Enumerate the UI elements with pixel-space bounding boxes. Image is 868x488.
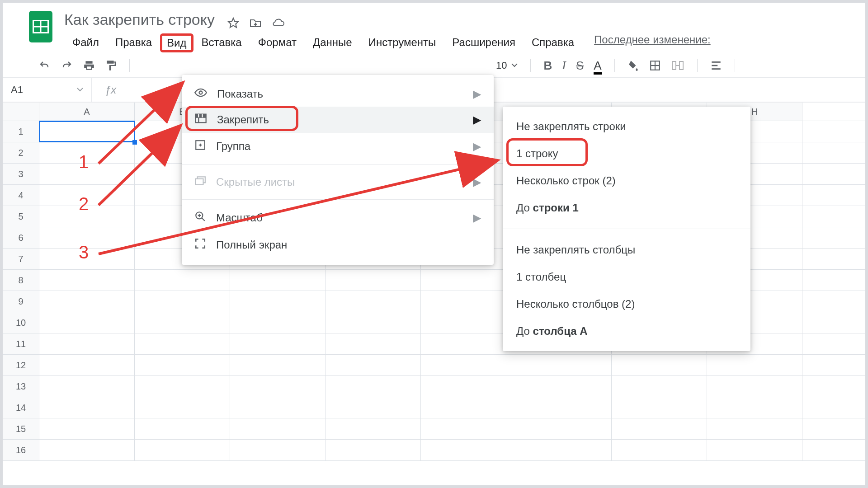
cell[interactable] [326, 376, 421, 397]
undo-icon[interactable] [38, 60, 51, 71]
cell[interactable] [326, 440, 421, 460]
cell[interactable] [135, 418, 230, 439]
document-title[interactable]: Как закрепить строку [64, 11, 215, 28]
menu-help[interactable]: Справка [524, 33, 582, 52]
move-icon[interactable] [249, 17, 262, 29]
cell[interactable] [326, 291, 421, 312]
cell[interactable] [326, 270, 421, 291]
cell[interactable] [516, 376, 612, 397]
cell[interactable] [39, 397, 135, 418]
cell[interactable] [421, 376, 516, 397]
cell[interactable] [612, 376, 707, 397]
row-header[interactable]: 9 [3, 291, 39, 312]
cell[interactable] [230, 355, 326, 375]
row-header[interactable]: 4 [3, 185, 39, 206]
cell[interactable] [39, 291, 135, 312]
cell[interactable] [39, 418, 135, 439]
name-box[interactable]: A1 [3, 78, 92, 102]
cell[interactable] [326, 333, 421, 354]
menu-item-freeze[interactable]: Закрепить ▶ [182, 107, 494, 133]
cell[interactable] [421, 333, 516, 354]
cell[interactable] [135, 397, 230, 418]
cell[interactable] [135, 440, 230, 460]
select-all-corner[interactable] [3, 103, 39, 121]
menu-view[interactable]: Вид [160, 33, 193, 52]
print-icon[interactable] [83, 60, 95, 71]
cell[interactable] [421, 312, 516, 333]
cell[interactable] [516, 355, 612, 375]
menu-item-fullscreen[interactable]: Полный экран [182, 231, 494, 258]
row-header[interactable]: 14 [3, 397, 39, 418]
cell[interactable] [421, 291, 516, 312]
cell[interactable] [612, 440, 707, 460]
row-header[interactable]: 2 [3, 142, 39, 163]
menu-insert[interactable]: Вставка [193, 33, 250, 52]
row-header[interactable]: 7 [3, 249, 39, 269]
cell[interactable] [39, 355, 135, 375]
cell[interactable] [612, 355, 707, 375]
cell[interactable] [516, 397, 612, 418]
cell[interactable] [39, 333, 135, 354]
column-header[interactable]: A [39, 103, 135, 121]
cell[interactable] [135, 312, 230, 333]
cell[interactable] [230, 440, 326, 460]
row-header[interactable]: 10 [3, 312, 39, 333]
freeze-1-row[interactable]: 1 строку [503, 140, 750, 167]
bold-button[interactable]: B [543, 59, 552, 73]
cell[interactable] [326, 418, 421, 439]
star-icon[interactable] [227, 17, 239, 29]
menu-edit[interactable]: Правка [107, 33, 160, 52]
menu-file[interactable]: Файл [64, 33, 107, 52]
cell[interactable] [230, 312, 326, 333]
italic-button[interactable]: I [562, 59, 566, 72]
menu-extensions[interactable]: Расширения [444, 33, 524, 52]
cell[interactable] [230, 333, 326, 354]
freeze-several-rows[interactable]: Несколько строк (2) [503, 167, 750, 194]
cell[interactable] [39, 312, 135, 333]
menu-item-show[interactable]: Показать ▶ [182, 81, 494, 107]
cell[interactable] [421, 397, 516, 418]
cell[interactable] [230, 418, 326, 439]
row-header[interactable]: 8 [3, 270, 39, 291]
row-header[interactable]: 15 [3, 418, 39, 439]
menu-tools[interactable]: Инструменты [360, 33, 444, 52]
row-header[interactable]: 1 [3, 121, 39, 142]
text-color-button[interactable]: A [594, 59, 601, 73]
strikethrough-button[interactable]: S [576, 59, 584, 73]
merge-cells-button[interactable] [671, 60, 684, 71]
cell[interactable] [135, 355, 230, 375]
row-header[interactable]: 13 [3, 376, 39, 397]
cloud-saved-icon[interactable] [272, 17, 285, 29]
freeze-upto-col[interactable]: До столбца A [503, 318, 750, 345]
cell[interactable] [421, 270, 516, 291]
cell[interactable] [421, 418, 516, 439]
cell[interactable] [39, 440, 135, 460]
cell[interactable] [707, 418, 802, 439]
menu-item-zoom[interactable]: Масштаб ▶ [182, 204, 494, 231]
cell[interactable] [39, 376, 135, 397]
cell[interactable] [707, 355, 802, 375]
freeze-upto-row[interactable]: До строки 1 [503, 194, 750, 221]
cell[interactable] [612, 397, 707, 418]
cell[interactable] [39, 270, 135, 291]
paint-format-icon[interactable] [105, 60, 117, 71]
cell[interactable] [230, 397, 326, 418]
cell[interactable] [707, 376, 802, 397]
row-header[interactable]: 6 [3, 227, 39, 248]
menu-data[interactable]: Данные [305, 33, 360, 52]
freeze-no-cols[interactable]: Не закреплять столбцы [503, 236, 750, 263]
freeze-1-col[interactable]: 1 столбец [503, 263, 750, 291]
cell[interactable] [135, 291, 230, 312]
cell[interactable] [612, 418, 707, 439]
cell[interactable] [516, 440, 612, 460]
cell[interactable] [326, 397, 421, 418]
row-header[interactable]: 16 [3, 440, 39, 460]
cell[interactable] [326, 312, 421, 333]
cell[interactable] [230, 291, 326, 312]
cell[interactable] [135, 270, 230, 291]
cell[interactable] [135, 333, 230, 354]
cell[interactable] [707, 397, 802, 418]
row-header[interactable]: 11 [3, 333, 39, 354]
row-header[interactable]: 12 [3, 355, 39, 375]
last-edit-link[interactable]: Последнее изменение: [594, 33, 711, 52]
